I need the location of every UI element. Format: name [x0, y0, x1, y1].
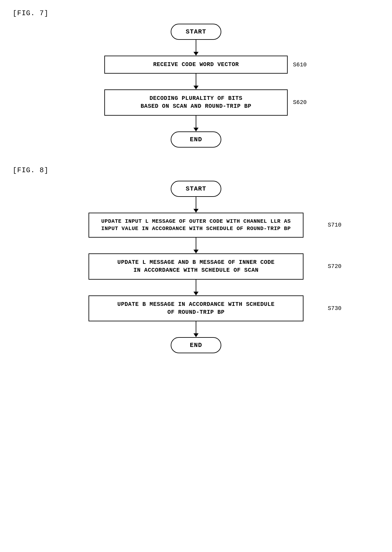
- fig7-end-node: END: [171, 131, 221, 148]
- fig7-arrow-1-head: [193, 52, 199, 56]
- fig8-arrow-4-head: [193, 333, 199, 337]
- fig8-s730-row: UPDATE B MESSAGE IN ACCORDANCE WITH SCHE…: [70, 295, 322, 321]
- fig8-arrow-1-line: [196, 197, 196, 209]
- fig8-flowchart: START UPDATE INPUT L MESSAGE OF OUTER CO…: [70, 181, 322, 353]
- fig8-end-node: END: [171, 337, 221, 353]
- fig8-s720-row: UPDATE L MESSAGE AND B MESSAGE OF INNER …: [70, 253, 322, 279]
- fig7-arrow-2-line: [196, 74, 196, 86]
- fig7-arrow-3-line: [196, 116, 196, 128]
- fig8-start-node: START: [171, 181, 221, 197]
- fig7-label: [FIG. 7]: [13, 9, 379, 17]
- fig8-arrow-2-head: [193, 250, 199, 253]
- fig7-flowchart: START RECEIVE CODE WORD VECTOR S610 DECO…: [85, 24, 307, 148]
- fig7-arrow-1: [193, 40, 199, 56]
- fig8-s720-node: UPDATE L MESSAGE AND B MESSAGE OF INNER …: [89, 253, 303, 279]
- fig8-s710-label: S710: [328, 222, 341, 228]
- fig8-s710-node: UPDATE INPUT L MESSAGE OF OUTER CODE WIT…: [89, 213, 303, 238]
- fig7-arrow-3: [193, 116, 199, 131]
- fig7-start-row: START: [85, 24, 307, 40]
- fig7-section: [FIG. 7] START RECEIVE CODE WORD VECTOR …: [13, 9, 379, 148]
- fig8-s730-label: S730: [328, 305, 341, 312]
- fig8-arrow-4-line: [196, 321, 196, 333]
- fig8-start-row: START: [70, 181, 322, 197]
- fig8-arrow-4: [193, 321, 199, 337]
- fig7-arrow-3-head: [193, 128, 199, 131]
- fig8-section: [FIG. 8] START UPDATE INPUT L MESSAGE OF…: [13, 167, 379, 353]
- fig8-s720-label: S720: [328, 263, 341, 270]
- fig7-s610-node: RECEIVE CODE WORD VECTOR: [104, 56, 288, 74]
- fig7-arrow-1-line: [196, 40, 196, 52]
- fig8-arrow-2-line: [196, 238, 196, 250]
- fig7-s620-row: DECODING PLURALITY OF BITS BASED ON SCAN…: [85, 89, 307, 115]
- fig7-diagram: START RECEIVE CODE WORD VECTOR S610 DECO…: [13, 24, 379, 148]
- fig7-arrow-2-head: [193, 86, 199, 89]
- fig8-arrow-3: [193, 280, 199, 295]
- fig7-end-row: END: [85, 131, 307, 148]
- fig8-arrow-3-line: [196, 280, 196, 292]
- fig8-end-row: END: [70, 337, 322, 353]
- fig8-arrow-2: [193, 238, 199, 253]
- fig7-s620-node: DECODING PLURALITY OF BITS BASED ON SCAN…: [104, 89, 288, 115]
- fig7-s610-row: RECEIVE CODE WORD VECTOR S610: [85, 56, 307, 74]
- fig8-s710-row: UPDATE INPUT L MESSAGE OF OUTER CODE WIT…: [70, 213, 322, 238]
- fig8-arrow-3-head: [193, 292, 199, 295]
- fig8-s730-node: UPDATE B MESSAGE IN ACCORDANCE WITH SCHE…: [89, 295, 303, 321]
- fig7-s620-label: S620: [293, 99, 307, 106]
- fig7-arrow-2: [193, 74, 199, 89]
- fig8-arrow-1-head: [193, 209, 199, 213]
- fig8-diagram: START UPDATE INPUT L MESSAGE OF OUTER CO…: [13, 181, 379, 353]
- fig8-arrow-1: [193, 197, 199, 213]
- fig7-s610-label: S610: [293, 62, 307, 68]
- fig8-label: [FIG. 8]: [13, 167, 379, 174]
- fig7-start-node: START: [171, 24, 221, 40]
